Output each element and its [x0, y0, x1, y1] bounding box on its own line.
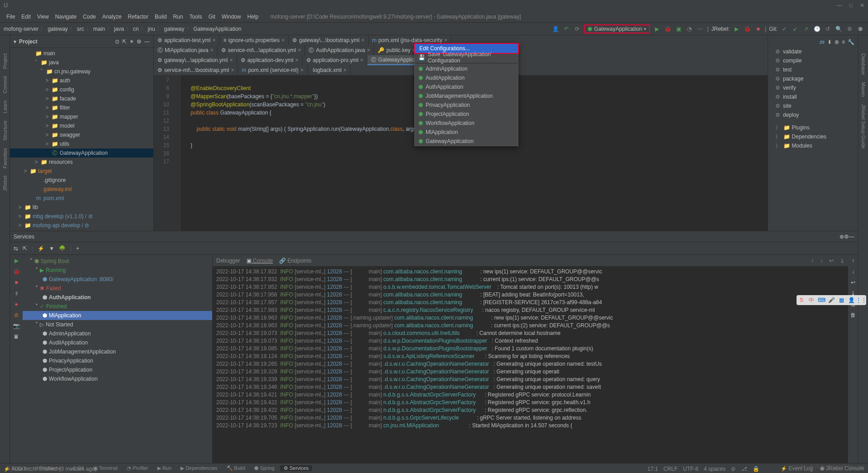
editor-tab[interactable]: mpom.xml (service-ml)× [238, 65, 307, 75]
tree-node[interactable]: ˅📁cn.jnu.gateway [10, 67, 153, 76]
run-dd-item[interactable]: ⬢WorkflowApplication [415, 119, 518, 128]
svc-camera-icon[interactable]: 📷 [13, 323, 20, 329]
tree-node[interactable]: >📁auth [10, 76, 153, 85]
menu-run[interactable]: Run [171, 13, 186, 21]
menu-window[interactable]: Window [219, 13, 244, 21]
gutter-icons[interactable] [172, 75, 181, 231]
svc-funnel-icon[interactable]: ▼ [49, 245, 54, 252]
menu-edit[interactable]: Edit [19, 13, 33, 21]
svc-node[interactable]: ˅⬢Spring Boot [23, 257, 212, 266]
settings-icon[interactable]: ⚙ [845, 25, 854, 33]
run-dd-item[interactable]: ⬢JobManagementApplication [415, 91, 518, 100]
project-tree[interactable]: 📁main˅📁java˅📁cn.jnu.gateway>📁auth>📁confi… [10, 48, 153, 231]
svc-thread-icon[interactable]: ⫴ [15, 290, 18, 296]
close-tab-icon[interactable]: × [298, 47, 301, 53]
con-up-icon[interactable]: ↑ [811, 258, 814, 264]
con-wrap2-icon[interactable]: ↩ [851, 279, 855, 286]
tool-jrebel[interactable]: JRebel [2, 176, 8, 191]
close-tab-icon[interactable]: × [210, 47, 213, 53]
crumb[interactable]: main [93, 26, 105, 32]
bottom-tab[interactable]: ▶ Run [154, 465, 175, 471]
tree-node[interactable]: >📁mofong-api develop / ⊘ [10, 221, 153, 230]
svc-calc-icon[interactable]: 🖩 [14, 334, 19, 340]
svc-toggle-icon[interactable]: ⇆ [14, 245, 18, 252]
select-opened-icon[interactable]: ⊙ [115, 38, 119, 45]
maven-goal[interactable]: ⚙verify [770, 83, 856, 92]
svc-node[interactable]: ⬢AuditApplication [23, 338, 212, 347]
con-scroll-icon[interactable]: ⤓ [840, 258, 844, 264]
tree-node[interactable]: >📁model [10, 121, 153, 130]
git-commit-icon[interactable]: ↙ [791, 25, 799, 33]
stop-icon[interactable]: ■ [754, 25, 762, 33]
back-icon[interactable]: ↶ [562, 25, 570, 33]
git-rollback-icon[interactable]: ↺ [824, 25, 832, 33]
tool-commit[interactable]: Commit [2, 76, 8, 93]
crumb[interactable]: jnu [148, 26, 155, 32]
user-icon[interactable]: 👤 [551, 25, 560, 33]
maven-goal[interactable]: ⚙install [770, 92, 856, 101]
coverage-icon[interactable]: ▣ [674, 25, 683, 33]
run-config-selector[interactable]: ⬢ GatewayApplication ▾ [584, 24, 650, 33]
list-icon[interactable]: ≡ [842, 39, 845, 45]
tree-node[interactable]: >📁mapper [10, 112, 153, 121]
svc-red-dot-icon[interactable]: ● [14, 301, 18, 307]
close-tab-icon[interactable]: × [230, 57, 233, 63]
crumb[interactable]: gateway [164, 26, 185, 32]
close-tab-icon[interactable]: × [281, 37, 285, 43]
bottom-tab[interactable]: ◔ Profiler [123, 465, 152, 471]
svc-node[interactable]: ⬢MlApplication [23, 311, 212, 320]
svc-node[interactable]: ⬢GatewayApplication :8080/ [23, 275, 212, 284]
close-tab-icon[interactable]: × [367, 47, 370, 53]
jrebel-debug-icon[interactable]: 🐞 [743, 25, 751, 33]
svc-node[interactable]: ˅✖Failed [23, 284, 212, 293]
tree-node[interactable]: >📁resources [10, 158, 153, 167]
tree-node[interactable]: >📁lib [10, 203, 153, 212]
expand-icon[interactable]: ⇱ [122, 38, 127, 45]
tree-node[interactable]: ˅📁java [10, 58, 153, 67]
maven-m-icon[interactable]: m [820, 39, 825, 45]
close-tab-icon[interactable]: × [295, 57, 299, 63]
svc-plus-icon[interactable]: + [76, 245, 79, 252]
tree-node[interactable]: .gitignore [10, 176, 153, 185]
svc-tree-icon[interactable]: 🌳 [59, 245, 66, 252]
svc-filter-icon[interactable]: ⚡ [38, 245, 44, 252]
maven-goal[interactable]: ⚙deploy [770, 110, 856, 119]
floating-ime-palette[interactable]: S中⌨🎤▦👤⋮⋮ [797, 295, 866, 305]
menu-file[interactable]: File [4, 13, 18, 21]
hide-icon[interactable]: — [144, 38, 150, 45]
crumb[interactable]: src [77, 26, 84, 32]
maven-goal[interactable]: ⚙test [770, 65, 856, 74]
tree-node[interactable]: 📁main [10, 49, 153, 58]
svc-node[interactable]: ⬢ProjectApplication [23, 365, 212, 374]
maven-goal[interactable]: ⚙compile [770, 56, 856, 65]
sync-icon[interactable]: ⟳ [573, 25, 581, 33]
tool-favorites[interactable]: Favorites [2, 148, 8, 168]
run-config-dropdown[interactable]: Edit Configurations...💾Save 'GatewayAppl… [414, 43, 518, 146]
close-tab-icon[interactable]: × [361, 37, 365, 43]
close-icon[interactable]: ✕ [860, 2, 864, 9]
menu-build[interactable]: Build [152, 13, 170, 21]
editor-tab[interactable]: ⚙application-test.yml× [154, 35, 220, 45]
svc-node[interactable]: ⬢WorkflowApplication [23, 374, 212, 383]
gutter[interactable]: 7891011121314151617 [154, 75, 172, 231]
svc-mute-icon[interactable]: ⊘ [14, 312, 19, 318]
editor-tab[interactable]: ≡ignore-urls.properties× [220, 35, 289, 45]
tree-node[interactable]: >📁utils [10, 139, 153, 148]
maven-node[interactable]: 〉📁 Modules [770, 141, 856, 150]
tree-node[interactable]: >📁target [10, 167, 153, 176]
git-update-icon[interactable]: ✓ [780, 25, 788, 33]
tree-node[interactable]: ⒸGatewayApplication [10, 148, 153, 158]
git-push-icon[interactable]: ↗ [802, 25, 810, 33]
gear-icon[interactable]: ⚙ [137, 38, 142, 45]
tool-learn[interactable]: Learn [2, 100, 8, 113]
svc-stop-icon[interactable]: ■ [14, 279, 18, 286]
editor-tab[interactable]: logback.xml× [308, 65, 351, 75]
tab-debugger[interactable]: Debugger [216, 258, 240, 264]
tree-node[interactable]: >📁config [10, 85, 153, 94]
run-dd-item[interactable]: ⬢PrivacyApplication [415, 100, 518, 110]
services-tree[interactable]: ˅⬢Spring Boot˅▶Running⬢GatewayApplicatio… [23, 255, 213, 463]
console-tabs[interactable]: Debugger ▣ Console 🔗 Endpoints ↑ ↓ ↩ ⤓ [213, 255, 848, 267]
tree-node[interactable]: >📁mbg develop (v1.1.0) / ⊘ [10, 212, 153, 221]
svc-node[interactable]: ˅▷Not Started [23, 320, 212, 329]
tree-node[interactable]: >📁swagger [10, 130, 153, 139]
